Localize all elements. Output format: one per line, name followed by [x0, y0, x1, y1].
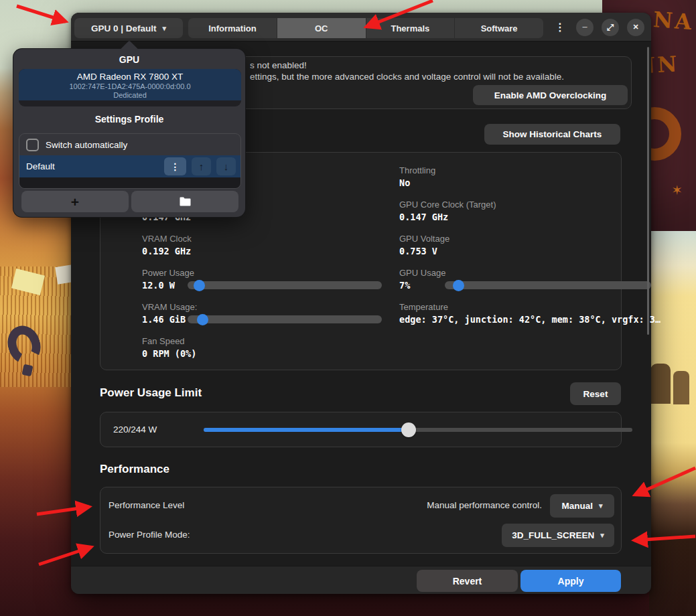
import-profile-button[interactable] — [131, 191, 238, 212]
minimize-icon: ─ — [582, 23, 587, 31]
restore-button[interactable]: ⤢ — [602, 19, 619, 36]
profile-row-default[interactable]: Default ⋮ ↑ ↓ — [19, 155, 240, 177]
power-limit-slider[interactable] — [204, 428, 632, 432]
switch-automatically-label: Switch automatically — [46, 140, 127, 150]
window-controls: ⋮ ─ ⤢ ✕ — [552, 13, 644, 42]
tab-oc[interactable]: OC — [277, 18, 366, 38]
profile-move-down-button[interactable]: ↓ — [216, 157, 236, 175]
stat-label: GPU Core Clock (Target) — [399, 200, 651, 210]
profile-list-empty-area — [19, 177, 240, 189]
gpu-list-item-selected[interactable]: AMD Radeon RX 7800 XT 1002:747E-1DA2:475… — [19, 69, 241, 106]
reset-button[interactable]: Reset — [570, 382, 621, 405]
minimize-button[interactable]: ─ — [576, 19, 594, 36]
levelbar-indicator — [197, 314, 208, 325]
folder-icon — [180, 197, 191, 206]
power-limit-card: 220/244 W — [100, 412, 622, 447]
show-historical-charts-button[interactable]: Show Historical Charts — [484, 124, 620, 145]
stat-label: Throttling — [399, 165, 651, 176]
tab-information[interactable]: Information — [188, 18, 277, 38]
revert-button[interactable]: Revert — [417, 570, 518, 592]
gpu-selector-label: GPU 0 | Default — [91, 23, 157, 33]
stat-label: Power Usage — [142, 268, 382, 279]
close-button[interactable]: ✕ — [627, 19, 644, 36]
power-limit-value: 220/244 W — [113, 425, 157, 435]
wallpaper-silhouette — [673, 371, 689, 404]
switch-automatically-checkbox[interactable] — [26, 139, 39, 151]
menu-kebab-icon[interactable]: ⋮ — [552, 19, 568, 36]
performance-level-hint: Manual performance control. — [415, 500, 542, 510]
performance-level-dropdown[interactable]: Manual ▾ — [550, 494, 614, 518]
apply-button[interactable]: Apply — [520, 570, 621, 592]
stat-value: No — [399, 177, 410, 188]
profile-name: Default — [26, 161, 159, 171]
gpu-name: AMD Radeon RX 7800 XT — [19, 71, 241, 82]
warning-text-line2: ettings, but the more advanced clocks an… — [250, 72, 564, 82]
stat-row: Power Usage12.0 W — [142, 268, 382, 292]
gpu-type: Dedicated — [19, 91, 241, 100]
tab-software[interactable]: Software — [455, 18, 543, 38]
stats-column-right: ThrottlingNoGPU Core Clock (Target)0.147… — [399, 165, 651, 336]
stat-value: 1.46 GiB — [142, 314, 188, 325]
stat-value: 0 RPM (0%) — [142, 348, 196, 359]
power-profile-mode-label: Power Profile Mode: — [109, 530, 190, 540]
stat-row: VRAM Usage:1.46 GiB — [142, 302, 382, 326]
close-icon: ✕ — [632, 23, 638, 31]
profile-options-button[interactable]: ⋮ — [164, 157, 186, 175]
stat-value: 0.192 GHz — [142, 246, 191, 256]
stat-label: GPU Usage — [399, 268, 651, 279]
restore-icon: ⤢ — [607, 22, 614, 33]
stat-row: GPU Voltage0.753 V — [399, 234, 651, 258]
power-usage-limit-heading: Power Usage Limit — [100, 386, 202, 400]
stat-value: 12.0 W — [142, 280, 188, 291]
stat-value: 0.753 V — [399, 246, 437, 256]
stat-value: edge: 37°C, junction: 42°C, mem: 38°C, v… — [399, 314, 660, 325]
tab-thermals[interactable]: Thermals — [366, 18, 456, 38]
gpu-selector-dropdown[interactable]: GPU 0 | Default ▾ — [74, 18, 183, 38]
power-profile-mode-value: 3D_FULL_SCREEN — [512, 530, 594, 540]
stat-value: 0.147 GHz — [399, 212, 448, 222]
chevron-down-icon: ▾ — [600, 531, 604, 540]
stat-levelbar — [445, 281, 651, 289]
performance-level-value: Manual — [561, 501, 593, 511]
stat-row: GPU Core Clock (Target)0.147 GHz — [399, 200, 651, 224]
performance-level-label: Performance Level — [109, 500, 184, 510]
stat-levelbar — [188, 315, 382, 323]
stat-row: VRAM Clock0.192 GHz — [142, 234, 382, 258]
gpu-profile-popover: GPU AMD Radeon RX 7800 XT 1002:747E-1DA2… — [13, 48, 246, 218]
stat-row: Fan Speed0 RPM (0%) — [142, 336, 382, 360]
slider-thumb[interactable] — [401, 422, 416, 437]
wallpaper-right-strip — [649, 231, 696, 616]
stats-column-left: 0.147 GHzVRAM Clock0.192 GHzPower Usage1… — [142, 200, 382, 370]
gpu-device-id: 1002:747E-1DA2:475A-0000:0d:00.0 — [19, 82, 241, 91]
chevron-down-icon: ▾ — [599, 502, 603, 510]
wallpaper-star: ✶ — [671, 182, 683, 198]
levelbar-indicator — [194, 280, 205, 291]
warning-text-line1: s not enabled! — [250, 60, 307, 70]
levelbar-indicator — [453, 280, 464, 291]
stat-label: Fan Speed — [142, 336, 382, 347]
stat-label: VRAM Clock — [142, 234, 382, 244]
enable-amd-overclocking-button[interactable]: Enable AMD Overclocking — [473, 85, 628, 105]
stat-label: VRAM Usage: — [142, 302, 382, 313]
settings-profile-title: Settings Profile — [13, 114, 245, 125]
action-bar: Revert Apply — [71, 566, 651, 594]
stat-row: Temperatureedge: 37°C, junction: 42°C, m… — [399, 302, 651, 326]
stat-label: GPU Voltage — [399, 234, 651, 244]
vertical-scrollbar[interactable] — [647, 47, 649, 335]
wallpaper-silhouette — [650, 364, 671, 404]
stat-row: GPU Usage7% — [399, 268, 651, 292]
stat-levelbar — [188, 281, 382, 289]
plus-icon: + — [71, 195, 79, 209]
gpu-selected-row: AMD Radeon RX 7800 XT 1002:747E-1DA2:475… — [19, 69, 241, 100]
performance-heading: Performance — [100, 463, 169, 476]
switch-automatically-row[interactable]: Switch automatically — [19, 134, 240, 155]
kebab-icon: ⋮ — [171, 161, 180, 172]
wallpaper-letters: NA — [652, 7, 695, 35]
tab-bar: InformationOCThermalsSoftware — [188, 18, 543, 38]
power-profile-mode-dropdown[interactable]: 3D_FULL_SCREEN ▾ — [502, 524, 614, 547]
titlebar: GPU 0 | Default ▾ InformationOCThermalsS… — [71, 13, 651, 42]
arrow-down-icon: ↓ — [224, 161, 229, 172]
add-profile-button[interactable]: + — [21, 191, 129, 212]
performance-card: Performance Level Manual performance con… — [100, 487, 622, 554]
profile-move-up-button[interactable]: ↑ — [192, 157, 211, 175]
